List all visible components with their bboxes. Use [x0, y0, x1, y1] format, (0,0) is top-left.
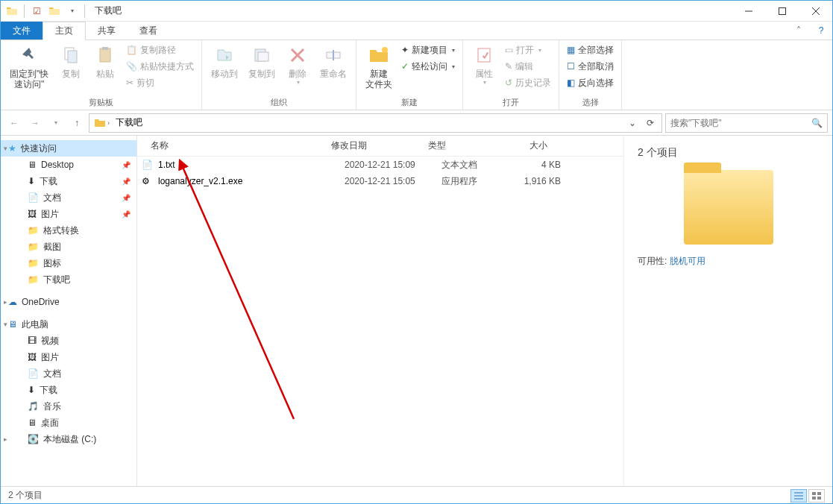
svg-rect-22 [812, 497, 816, 500]
avail-label: 可用性: [638, 256, 667, 266]
sidebar-item[interactable]: ⬇下载📌 [1, 173, 136, 189]
sidebar-item[interactable]: 📁格式转换 [1, 222, 136, 239]
move-to-button[interactable]: 移动到 [207, 42, 242, 81]
sidebar-item[interactable]: 📄文档📌 [1, 189, 136, 206]
select-none-button[interactable]: ☐全部取消 [564, 58, 617, 75]
sidebar-item[interactable]: 🎞视频 [1, 333, 136, 349]
edit-button[interactable]: ✎编辑 [502, 58, 554, 75]
paste-button[interactable]: 粘贴 [89, 42, 122, 81]
easy-access-button[interactable]: ✓轻松访问 [398, 58, 458, 75]
item-icon: 💽 [28, 434, 39, 444]
breadcrumb-seg[interactable]: 下载吧 [114, 116, 144, 129]
sidebar-item[interactable]: 📁下载吧 [1, 271, 136, 288]
sidebar-item[interactable]: 🖥桌面 [1, 415, 136, 431]
ribbon: 固定到"快 速访问" 复制 粘贴 📋复制路径 📎粘贴快捷方式 ✂剪切 剪贴板 移… [1, 40, 832, 110]
sidebar-item[interactable]: 🖼图片 [1, 349, 136, 365]
search-box[interactable]: 🔍 [665, 113, 828, 133]
sidebar-item[interactable]: 🎵音乐 [1, 398, 136, 415]
back-button[interactable]: ← [5, 114, 23, 132]
address-dropdown[interactable]: ⌄ [624, 118, 641, 128]
file-icon: 📄 [142, 160, 154, 170]
sidebar-item[interactable]: 📁图标 [1, 255, 136, 271]
search-input[interactable] [670, 118, 808, 128]
qat-checkbox-icon[interactable]: ☑ [28, 3, 45, 19]
minimize-button[interactable] [732, 1, 765, 22]
new-folder-button[interactable]: 新建 文件夹 [361, 42, 397, 92]
sidebar-item[interactable]: ⬇下载 [1, 382, 136, 398]
pin-quick-access-button[interactable]: 固定到"快 速访问" [5, 42, 53, 92]
sidebar-item-label: 图标 [43, 257, 61, 270]
search-icon: 🔍 [811, 118, 823, 128]
delete-icon [286, 43, 309, 67]
col-size[interactable]: 大小 [495, 139, 562, 152]
sidebar-this-pc[interactable]: ▾🖥此电脑 [1, 316, 136, 333]
sidebar-item[interactable]: 📁截图 [1, 239, 136, 255]
up-button[interactable]: ↑ [68, 114, 86, 132]
properties-button[interactable]: 属性 [468, 42, 500, 88]
close-button[interactable] [799, 1, 832, 22]
copy-button[interactable]: 复制 [54, 42, 87, 81]
sidebar-item-label: 图片 [41, 208, 59, 221]
tab-share[interactable]: 共享 [86, 22, 128, 40]
forward-button[interactable]: → [26, 114, 44, 132]
history-button[interactable]: ↺历史记录 [502, 75, 554, 91]
svg-rect-20 [812, 492, 816, 495]
sidebar-item[interactable]: 🖼图片📌 [1, 206, 136, 222]
cut-button[interactable]: ✂剪切 [123, 75, 197, 91]
copyto-icon [250, 43, 274, 67]
rename-button[interactable]: 重命名 [315, 42, 351, 81]
refresh-button[interactable]: ⟳ [642, 118, 658, 128]
sidebar-item-label: 图片 [41, 351, 59, 364]
view-details-button[interactable] [790, 489, 807, 503]
group-select-label: 选择 [564, 95, 617, 110]
title-bar: ☑ ▾ 下载吧 [1, 1, 832, 22]
tab-home[interactable]: 主页 [43, 22, 86, 40]
file-row[interactable]: 📄1.txt2020-12-21 15:09文本文档4 KB [137, 157, 623, 173]
ribbon-collapse-button[interactable]: ˄ [788, 22, 810, 40]
sidebar-item[interactable]: 🖥Desktop📌 [1, 157, 136, 173]
nav-sidebar[interactable]: ▾★快速访问 🖥Desktop📌⬇下载📌📄文档📌🖼图片📌📁格式转换📁截图📁图标📁… [1, 136, 137, 486]
sidebar-onedrive[interactable]: ▸☁OneDrive [1, 294, 136, 310]
recent-dropdown[interactable]: ▾ [47, 114, 65, 132]
help-button[interactable]: ? [810, 22, 832, 40]
annotation-arrow [167, 158, 331, 426]
status-item-count: 2 个项目 [8, 489, 43, 502]
file-list[interactable]: 名称 修改日期 类型 大小 📄1.txt2020-12-21 15:09文本文档… [137, 136, 623, 486]
svg-point-14 [382, 47, 388, 53]
delete-button[interactable]: 删除 [281, 42, 314, 88]
item-icon: 🖥 [28, 418, 37, 428]
item-icon: 🖥 [28, 160, 37, 170]
new-item-button[interactable]: ✦新建项目 [398, 42, 458, 58]
sidebar-item-label: 下载吧 [43, 274, 70, 286]
view-icons-button[interactable] [808, 489, 825, 503]
paste-shortcut-button[interactable]: 📎粘贴快捷方式 [123, 58, 197, 75]
open-button[interactable]: ▭打开 [502, 42, 554, 58]
paste-icon [93, 43, 117, 67]
sidebar-item[interactable]: ▸💽本地磁盘 (C:) [1, 431, 136, 447]
invert-icon: ◧ [567, 78, 575, 88]
column-headers[interactable]: 名称 修改日期 类型 大小 [137, 136, 623, 157]
col-name[interactable]: 名称 [137, 139, 331, 152]
maximize-button[interactable] [765, 1, 799, 22]
address-bar[interactable]: › 下载吧 ⌄ ⟳ [89, 113, 662, 133]
copy-to-button[interactable]: 复制到 [244, 42, 280, 81]
qat-dropdown[interactable]: ▾ [64, 3, 81, 19]
file-name: 1.txt [158, 160, 345, 170]
copy-path-button[interactable]: 📋复制路径 [123, 42, 197, 58]
folder-preview-icon [684, 170, 773, 245]
sidebar-quick-access[interactable]: ▾★快速访问 [1, 140, 136, 157]
select-all-button[interactable]: ▦全部选择 [564, 42, 617, 58]
svg-rect-15 [478, 48, 490, 62]
tab-file[interactable]: 文件 [1, 22, 43, 40]
col-date[interactable]: 修改日期 [331, 139, 428, 152]
easy-access-icon: ✓ [401, 61, 409, 72]
tab-view[interactable]: 查看 [128, 22, 169, 40]
group-open-label: 打开 [468, 95, 554, 110]
file-row[interactable]: ⚙loganalyzer_v2.1.exe2020-12-21 15:05应用程… [137, 173, 623, 189]
breadcrumb-root[interactable]: › [92, 117, 111, 129]
invert-selection-button[interactable]: ◧反向选择 [564, 75, 617, 91]
properties-icon [472, 43, 496, 67]
col-type[interactable]: 类型 [428, 139, 495, 152]
item-icon: 📁 [28, 242, 39, 252]
sidebar-item[interactable]: 📄文档 [1, 365, 136, 382]
